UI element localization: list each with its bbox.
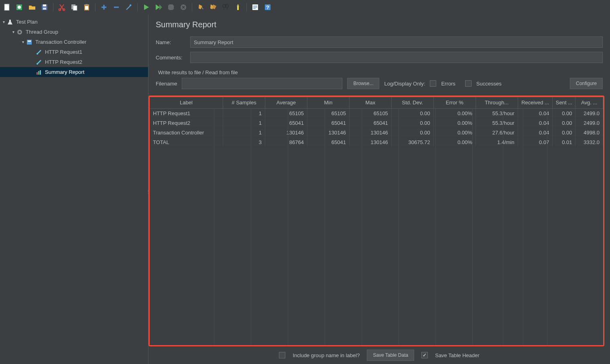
table-header-cell[interactable]: Max	[349, 97, 391, 108]
stop-icon[interactable]	[165, 2, 177, 13]
results-table-highlight: Label# SamplesAverageMinMaxStd. Dev.Erro…	[148, 96, 604, 346]
table-cell: 0.00	[391, 128, 433, 137]
toolbar: ?	[0, 0, 610, 14]
successes-checkbox[interactable]	[465, 80, 472, 87]
table-header-cell[interactable]: Through...	[476, 97, 518, 108]
svg-point-30	[37, 53, 38, 55]
table-cell: 0.00	[391, 108, 433, 118]
svg-point-3	[18, 6, 21, 9]
search-icon[interactable]	[220, 2, 231, 13]
table-cell: 65105	[349, 108, 391, 118]
start-no-pause-icon[interactable]	[153, 2, 164, 13]
expand-toggle[interactable]: ▾	[1, 20, 6, 24]
plus-icon[interactable]	[98, 2, 110, 13]
copy-icon[interactable]	[69, 2, 80, 13]
include-group-checkbox[interactable]	[279, 352, 285, 358]
table-header-cell[interactable]: Average	[265, 97, 307, 108]
clear-all-icon[interactable]	[207, 2, 219, 13]
content-pane: ⋮ Summary Report Name: Comments: Write r…	[148, 14, 610, 364]
table-row[interactable]: HTTP Request216504165041650410.000.00%55…	[150, 118, 603, 128]
cut-icon[interactable]	[56, 2, 67, 13]
paste-icon[interactable]	[81, 2, 92, 13]
name-label: Name:	[156, 39, 190, 45]
table-cell: 65041	[349, 118, 391, 128]
tree-pane: ▾ Test Plan ▾ Thread Group ▾ Transaction…	[0, 14, 148, 364]
table-header-cell[interactable]: Avg. ...	[575, 97, 603, 108]
table-row[interactable]: TOTAL3867646504113014630675.720.00%1.4/m…	[150, 137, 603, 147]
table-header-cell[interactable]: # Samples	[223, 97, 265, 108]
browse-button[interactable]: Browse...	[347, 78, 379, 89]
svg-point-27	[19, 31, 21, 33]
main-split: ▾ Test Plan ▾ Thread Group ▾ Transaction…	[0, 14, 610, 364]
save-table-header-label: Save Table Header	[435, 352, 479, 358]
expand-toggle[interactable]: ▾	[10, 30, 16, 34]
gear-icon	[16, 28, 23, 36]
successes-label: Successes	[476, 81, 502, 87]
report-icon	[35, 69, 43, 76]
table-cell: 65041	[307, 137, 349, 147]
save-table-header-checkbox[interactable]	[421, 352, 428, 358]
table-header-cell[interactable]: Label	[150, 97, 223, 108]
table-row[interactable]: HTTP Request116510565105651050.000.00%55…	[150, 108, 603, 118]
svg-rect-5	[43, 4, 46, 6]
tree-item-http-request2[interactable]: HTTP Request2	[0, 57, 148, 67]
tree-item-thread-group[interactable]: ▾ Thread Group	[0, 27, 148, 37]
open-icon[interactable]	[26, 2, 38, 13]
svg-rect-22	[237, 6, 239, 10]
table-header-cell[interactable]: Received ...	[518, 97, 553, 108]
svg-marker-17	[168, 4, 174, 10]
table-cell: 0.00%	[433, 118, 476, 128]
tree-label: Transaction Controller	[35, 39, 86, 45]
filename-label: Filename	[156, 81, 177, 87]
table-header-cell[interactable]: Sent ...	[553, 97, 575, 108]
table-cell: 65105	[307, 108, 349, 118]
tree-item-test-plan[interactable]: ▾ Test Plan	[0, 17, 148, 27]
table-cell: 130146	[349, 128, 391, 137]
shutdown-icon[interactable]	[178, 2, 189, 13]
tree-label: Summary Report	[45, 69, 84, 75]
table-cell: 1.4/min	[476, 137, 518, 147]
tree-item-http-request1[interactable]: HTTP Request1	[0, 47, 148, 57]
report-icon[interactable]	[250, 2, 261, 13]
svg-marker-14	[144, 4, 149, 10]
table-cell: 0.00	[391, 118, 433, 128]
table-header-cell[interactable]: Std. Dev.	[391, 97, 433, 108]
svg-text:?: ?	[266, 4, 269, 10]
tree-item-transaction-controller[interactable]: ▾ Transaction Controller	[0, 37, 148, 47]
table-header-cell[interactable]: Min	[307, 97, 349, 108]
new-icon[interactable]	[2, 2, 13, 13]
errors-label: Errors	[441, 81, 455, 87]
table-header-cell[interactable]: Error %	[433, 97, 476, 108]
save-icon[interactable]	[39, 2, 50, 13]
filename-input[interactable]	[182, 78, 342, 89]
tree-label: Thread Group	[26, 29, 58, 35]
svg-rect-12	[85, 4, 88, 5]
clear-icon[interactable]	[195, 2, 206, 13]
minus-icon[interactable]	[111, 2, 122, 13]
help-icon[interactable]: ?	[262, 2, 273, 13]
sampler-icon	[35, 49, 43, 56]
controller-icon	[26, 39, 33, 46]
separator	[246, 3, 247, 12]
separator	[192, 3, 192, 12]
table-header-row: Label# SamplesAverageMinMaxStd. Dev.Erro…	[150, 97, 603, 108]
tree-item-summary-report[interactable]: Summary Report	[0, 67, 148, 77]
table-cell: 55.3/hour	[476, 118, 518, 128]
footer-bar: Include group name in label? Save Table …	[156, 346, 603, 364]
comments-input[interactable]	[190, 52, 603, 63]
name-input[interactable]	[190, 37, 603, 48]
expand-toggle[interactable]: ▾	[20, 40, 26, 44]
fieldset-title: Write results to file / Read from file	[158, 69, 603, 75]
templates-icon[interactable]	[14, 2, 25, 13]
configure-button[interactable]: Configure	[570, 78, 603, 89]
save-table-data-button[interactable]: Save Table Data	[367, 350, 414, 361]
table-cell: 2499.0	[575, 108, 603, 118]
table-row[interactable]: Transaction Controller113014613014613014…	[150, 128, 603, 137]
wand-icon[interactable]	[123, 2, 134, 13]
errors-checkbox[interactable]	[430, 80, 436, 87]
fn-icon[interactable]	[232, 2, 244, 13]
table-cell: 0.01	[553, 137, 575, 147]
table-cell: HTTP Request2	[150, 118, 223, 128]
start-icon[interactable]	[140, 2, 152, 13]
table-cell: 27.6/hour	[476, 128, 518, 137]
